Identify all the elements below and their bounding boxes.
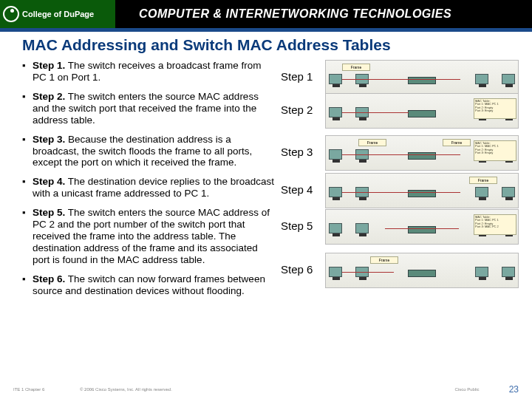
pc-icon bbox=[329, 107, 342, 117]
frame-label: Frame bbox=[342, 64, 370, 71]
network-diagram: Frame bbox=[325, 253, 519, 288]
list-item: ▪Step 3. Because the destination address… bbox=[22, 134, 276, 169]
diagram-row: Step 5 MAC Table:Port 1: MAC PC 1Port 2:… bbox=[281, 209, 519, 250]
step-text: Step 1. The switch receives a broadcast … bbox=[33, 60, 276, 83]
list-item: ▪Step 2. The switch enters the source MA… bbox=[22, 91, 276, 126]
footer: ITE 1 Chapter 6 © 2006 Cisco Systems, In… bbox=[0, 384, 532, 395]
mac-table: MAC Table:Port 1: MAC PC 1Port 2: EmptyP… bbox=[474, 98, 516, 119]
footer-chapter: ITE 1 Chapter 6 bbox=[13, 387, 80, 392]
switch-icon bbox=[408, 77, 436, 84]
diagram-label: Step 5 bbox=[281, 209, 321, 232]
pc-icon bbox=[329, 267, 342, 277]
slide-title: MAC Addressing and Switch MAC Address Ta… bbox=[22, 36, 519, 54]
banner-title: COMPUTER & INTERNETWORKING TECHNOLOGIES bbox=[139, 7, 451, 21]
bullet-icon: ▪ bbox=[22, 60, 33, 83]
main-columns: ▪Step 1. The switch receives a broadcast… bbox=[22, 60, 519, 304]
switch-icon bbox=[408, 152, 436, 160]
header-bar: College of DuPage COMPUTER & INTERNETWOR… bbox=[0, 0, 532, 28]
diagram-label: Step 2 bbox=[281, 93, 321, 116]
network-diagram: MAC Table:Port 1: MAC PC 1Port 2: EmptyP… bbox=[325, 93, 519, 129]
switch-icon bbox=[408, 226, 436, 233]
pc-icon bbox=[329, 74, 342, 84]
link-line bbox=[342, 272, 394, 273]
step-text: Step 4. The destination device replies t… bbox=[33, 176, 276, 200]
link-line bbox=[342, 154, 460, 155]
mac-table: MAC Table:Port 1: MAC PC 1Port 2: EmptyP… bbox=[474, 140, 516, 161]
logo-text: College of DuPage bbox=[22, 10, 94, 18]
diagram-row: Step 3 MAC Table:Port 1: MAC PC 1Port 2:… bbox=[281, 135, 519, 171]
diagram-label: Step 4 bbox=[281, 173, 321, 196]
steps-list: ▪Step 1. The switch receives a broadcast… bbox=[22, 60, 276, 304]
list-item: ▪Step 5. The switch enters the source MA… bbox=[22, 207, 276, 266]
page-number: 23 bbox=[497, 384, 519, 395]
switch-icon bbox=[408, 190, 436, 197]
frame-label: Frame bbox=[358, 139, 386, 146]
logo-icon bbox=[3, 6, 19, 22]
list-item: ▪Step 6. The switch can now forward fram… bbox=[22, 273, 276, 297]
link-line bbox=[342, 79, 460, 80]
step-text: Step 2. The switch enters the source MAC… bbox=[33, 91, 276, 126]
mac-table: MAC Table:Port 1: MAC PC 1Port 2: EmptyP… bbox=[474, 214, 516, 235]
switch-icon bbox=[408, 110, 436, 117]
link-line bbox=[342, 112, 409, 113]
pc-icon bbox=[475, 267, 488, 277]
list-item: ▪Step 4. The destination device replies … bbox=[22, 176, 276, 200]
college-logo: College of DuPage bbox=[0, 0, 115, 28]
bullet-icon: ▪ bbox=[22, 91, 33, 126]
diagram-label: Step 6 bbox=[281, 253, 321, 276]
network-diagram: Frame bbox=[325, 60, 519, 95]
step-text: Step 3. Because the destination address … bbox=[33, 134, 276, 169]
step-text: Step 6. The switch can now forward frame… bbox=[33, 273, 276, 297]
list-item: ▪Step 1. The switch receives a broadcast… bbox=[22, 60, 276, 83]
link-line bbox=[342, 192, 460, 193]
pc-icon bbox=[475, 187, 488, 197]
pc-icon bbox=[502, 187, 515, 197]
slide-content: MAC Addressing and Switch MAC Address Ta… bbox=[0, 32, 532, 304]
footer-copyright: © 2006 Cisco Systems, Inc. All rights re… bbox=[80, 387, 437, 392]
bullet-icon: ▪ bbox=[22, 134, 33, 169]
pc-icon bbox=[329, 149, 342, 160]
pc-icon bbox=[329, 223, 342, 233]
switch-icon bbox=[408, 270, 436, 277]
diagrams-column: Step 1 Frame Step 2 MAC Table:Port 1: MA… bbox=[281, 60, 519, 304]
diagram-row: Step 4 Frame bbox=[281, 173, 519, 207]
footer-public: Cisco Public bbox=[437, 387, 497, 392]
diagram-row: Step 6 Frame bbox=[281, 253, 519, 294]
diagram-row: Step 1 Frame bbox=[281, 60, 519, 91]
diagram-label: Step 1 bbox=[281, 60, 321, 83]
diagram-label: Step 3 bbox=[281, 135, 321, 158]
bullet-icon: ▪ bbox=[22, 207, 33, 266]
pc-icon bbox=[502, 74, 515, 84]
bullet-icon: ▪ bbox=[22, 176, 33, 200]
frame-label: Frame bbox=[443, 139, 471, 146]
link-line bbox=[385, 228, 459, 229]
pc-icon bbox=[329, 187, 342, 197]
network-diagram: Frame bbox=[325, 173, 519, 208]
frame-label: Frame bbox=[469, 177, 497, 184]
frame-label: Frame bbox=[370, 256, 398, 264]
bullet-icon: ▪ bbox=[22, 273, 33, 297]
pc-icon bbox=[355, 223, 369, 233]
network-diagram: MAC Table:Port 1: MAC PC 1Port 2: EmptyP… bbox=[325, 135, 519, 171]
pc-icon bbox=[502, 267, 515, 277]
network-diagram: MAC Table:Port 1: MAC PC 1Port 2: EmptyP… bbox=[325, 209, 519, 245]
pc-icon bbox=[475, 74, 488, 84]
step-text: Step 5. The switch enters the source MAC… bbox=[33, 207, 276, 266]
diagram-row: Step 2 MAC Table:Port 1: MAC PC 1Port 2:… bbox=[281, 93, 519, 133]
